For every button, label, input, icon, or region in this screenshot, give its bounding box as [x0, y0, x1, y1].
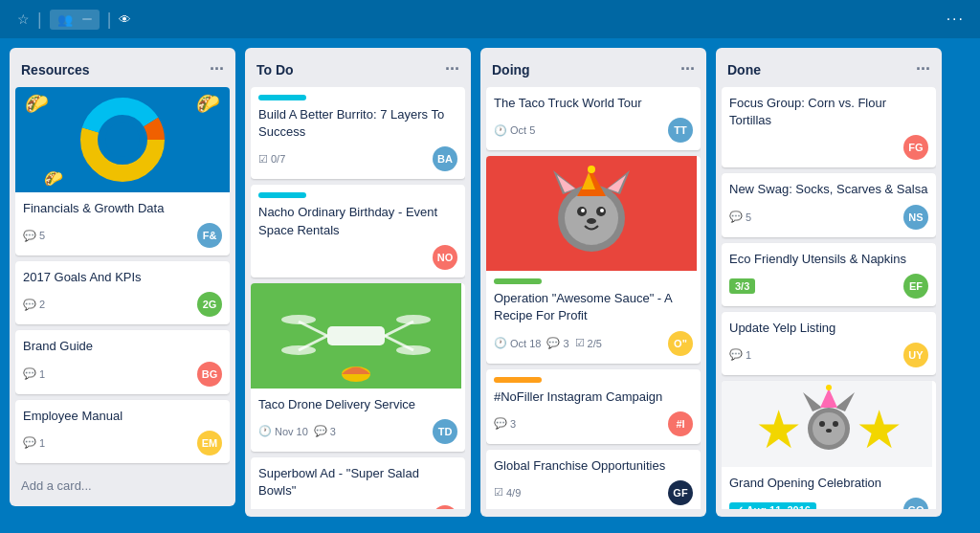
card-avatar: BG — [197, 362, 222, 387]
card-meta: 💬 5 — [729, 211, 751, 223]
card-avatar: EM — [197, 431, 222, 455]
card-avatar: NO — [433, 245, 457, 270]
card-brand[interactable]: Brand Guide💬 1BG — [15, 330, 230, 393]
divider2: | — [107, 10, 112, 30]
card-badge: 3/3 — [729, 278, 755, 294]
card-date: 🕐 Oct 18 — [494, 337, 541, 349]
card-meta: 💬 3 — [494, 417, 516, 430]
column-header-doing: Doing ··· — [486, 56, 701, 87]
svg-point-39 — [826, 429, 832, 433]
svg-point-13 — [396, 345, 431, 355]
card-footer: 💬 5F& — [23, 223, 222, 248]
donut-chart: 🌮 🌮 🌮 — [15, 87, 230, 192]
card-title: #NoFiller Instagram Campaign — [494, 389, 693, 406]
card-title: Update Yelp Listing — [729, 320, 928, 337]
card-footer: 🕐 Dec 12SA — [258, 505, 457, 509]
svg-point-24 — [581, 209, 585, 212]
card-new-swag[interactable]: New Swag: Socks, Scarves & Salsa💬 5NS — [722, 173, 936, 236]
card-footer: 🕐 Oct 18💬 3☑ 2/5O" — [494, 331, 693, 356]
column-menu-icon[interactable]: ··· — [916, 59, 930, 79]
card-meta: ☑ 4/9 — [494, 486, 521, 499]
card-meta: 💬 2 — [23, 299, 45, 311]
column-header-resources: Resources ··· — [15, 56, 230, 87]
card-burrito[interactable]: Build A Better Burrito: 7 Layers To Succ… — [251, 87, 465, 179]
svg-point-3 — [105, 122, 140, 157]
card-label — [494, 377, 542, 383]
cards-container-resources: 🌮 🌮 🌮 Financials & Growth Data💬 5F&2017 … — [15, 87, 230, 499]
card-checks: ☑ 0/7 — [258, 153, 285, 166]
card-meta: ✓ Aug 11, 2016 — [729, 502, 816, 509]
card-drone[interactable]: Taco Drone Delivery Service🕐 Nov 10💬 3TD — [251, 283, 465, 452]
column-menu-icon[interactable]: ··· — [445, 59, 459, 79]
card-title: Build A Better Burrito: 7 Layers To Succ… — [258, 106, 457, 141]
card-image-stars: ★ ★ — [722, 381, 936, 467]
card-nacho[interactable]: Nacho Ordinary Birthday - Event Space Re… — [251, 185, 465, 277]
card-avatar: GO — [903, 498, 928, 509]
column-doing: Doing ···The Taco Truck World Tour🕐 Oct … — [480, 48, 706, 517]
card-employee[interactable]: Employee Manual💬 1EM — [15, 400, 230, 463]
column-menu-icon[interactable]: ··· — [210, 59, 224, 79]
card-footer: FG — [729, 135, 928, 160]
card-comments: 💬 1 — [23, 436, 45, 449]
card-title: Employee Manual — [23, 408, 222, 425]
card-avatar: EF — [903, 274, 928, 299]
svg-point-11 — [396, 315, 431, 324]
card-image-drone — [251, 283, 465, 389]
card-taco-truck[interactable]: The Taco Truck World Tour🕐 Oct 5TT — [486, 87, 701, 150]
column-menu-icon[interactable]: ··· — [680, 59, 695, 79]
card-goals[interactable]: 2017 Goals And KPIs💬 22G — [15, 261, 230, 324]
card-comments: 💬 3 — [546, 337, 568, 349]
card-meta: 🕐 Oct 5 — [494, 124, 535, 137]
svg-point-38 — [833, 421, 838, 427]
card-footer: 💬 22G — [23, 292, 222, 317]
card-title: 2017 Goals And KPIs — [23, 269, 222, 286]
card-avatar: SA — [433, 505, 457, 509]
card-meta: 3/3 — [729, 278, 755, 294]
column-resources: Resources ··· 🌮 🌮 🌮 Financials & Growth … — [10, 48, 235, 506]
team-visibility[interactable]: 👁 — [119, 12, 136, 27]
card-avatar: NS — [903, 205, 928, 230]
card-superbowl[interactable]: Superbowl Ad - "Super Salad Bowls"🕐 Dec … — [251, 457, 465, 509]
add-card-resources[interactable]: Add a card... — [15, 473, 230, 499]
svg-point-29 — [588, 166, 595, 173]
card-title: New Swag: Socks, Scarves & Salsa — [729, 181, 928, 198]
card-comments: 💬 1 — [23, 367, 45, 380]
card-meta: 💬 1 — [23, 367, 45, 380]
workspace-button[interactable]: 👥 — [50, 10, 100, 30]
card-yelp[interactable]: Update Yelp Listing💬 1UY — [722, 312, 936, 375]
card-title: Eco Friendly Utensils & Napkins — [729, 251, 928, 268]
column-title: Doing — [492, 62, 530, 78]
card-awesome-sauce[interactable]: Operation "Awesome Sauce" - A Recipe For… — [486, 156, 701, 363]
card-grand-opening[interactable]: ★ ★ Grand Opening Celebration✓ Aug 11, 2… — [722, 381, 936, 509]
svg-point-10 — [281, 315, 316, 324]
card-eco[interactable]: Eco Friendly Utensils & Napkins3/3EF — [722, 243, 936, 306]
card-title: Superbowl Ad - "Super Salad Bowls" — [258, 465, 457, 500]
card-nofiller[interactable]: #NoFiller Instagram Campaign💬 3#I — [486, 369, 701, 444]
cards-container-doing: The Taco Truck World Tour🕐 Oct 5TT Opera… — [486, 87, 701, 509]
card-title: Global Franchise Opportunities — [494, 457, 693, 475]
card-label — [494, 278, 542, 284]
divider: | — [37, 10, 42, 30]
card-franchise[interactable]: Global Franchise Opportunities☑ 4/9GF — [486, 450, 701, 509]
star-icon[interactable]: ☆ — [17, 11, 30, 27]
column-title: To Do — [256, 62, 294, 78]
cards-container-done: Focus Group: Corn vs. Flour TortillasFGN… — [722, 87, 936, 509]
card-footer: ☑ 0/7BA — [258, 146, 457, 171]
card-comments: 💬 2 — [23, 299, 45, 311]
card-financials[interactable]: 🌮 🌮 🌮 Financials & Growth Data💬 5F& — [15, 87, 230, 255]
card-title: Brand Guide — [23, 338, 222, 355]
svg-text:★: ★ — [856, 400, 902, 459]
card-footer: 🕐 Nov 10💬 3TD — [258, 419, 457, 444]
card-title: Grand Opening Celebration — [729, 475, 928, 492]
column-title: Resources — [21, 62, 90, 78]
svg-point-25 — [600, 209, 604, 212]
card-avatar: UY — [903, 343, 928, 367]
card-checks: ☑ 4/9 — [494, 486, 521, 499]
card-focus-group[interactable]: Focus Group: Corn vs. Flour TortillasFG — [722, 87, 936, 167]
column-header-done: Done ··· — [722, 56, 936, 87]
card-avatar: 2G — [197, 292, 222, 317]
svg-point-41 — [826, 385, 832, 390]
card-avatar: O" — [668, 331, 693, 356]
card-avatar: BA — [433, 146, 457, 171]
card-date: 🕐 Oct 5 — [494, 124, 535, 137]
